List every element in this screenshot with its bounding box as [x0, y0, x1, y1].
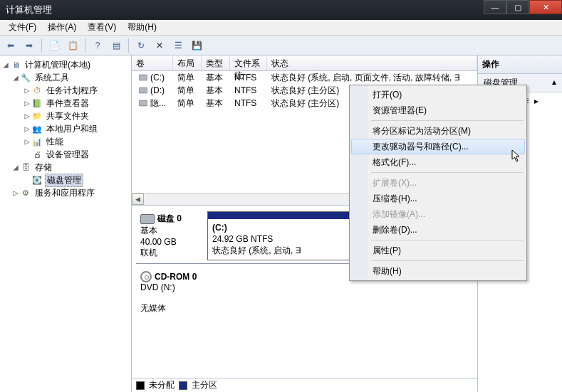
tree-event-viewer[interactable]: ▷ 📗 事件查看器 — [1, 97, 130, 110]
tree-disk-management[interactable]: 💽 磁盘管理 — [1, 174, 130, 186]
disk-button[interactable]: 💾 — [189, 38, 204, 53]
event-icon: 📗 — [31, 97, 43, 109]
disk-info: 磁盘 0 基本 40.00 GB 联机 — [136, 208, 207, 263]
expand-icon[interactable]: ▷ — [23, 85, 31, 95]
expand-icon[interactable]: ▷ — [23, 111, 31, 121]
menu-add-mirror: 添加镜像(A)... — [351, 206, 525, 222]
computer-icon: 🖥 — [10, 59, 21, 70]
expand-icon[interactable]: ◢ — [11, 162, 20, 172]
tree-local-users[interactable]: ▷ 👥 本地用户和组 — [1, 122, 130, 135]
menu-change-drive-letter[interactable]: 更改驱动器号和路径(C)... — [351, 139, 525, 154]
tree-system-tools[interactable]: ◢ 🔧 系统工具 — [1, 71, 130, 84]
menu-view[interactable]: 查看(V) — [82, 20, 122, 35]
menu-action[interactable]: 操作(A) — [42, 20, 82, 35]
window-title: 计算机管理 — [6, 4, 52, 16]
volume-icon — [139, 100, 147, 106]
forward-button[interactable]: ➡ — [21, 38, 37, 53]
context-menu: 打开(O) 资源管理器(E) 将分区标记为活动分区(M) 更改驱动器号和路径(C… — [349, 85, 527, 281]
delete-button[interactable]: ✕ — [152, 38, 167, 53]
list-view-button[interactable]: ▤ — [108, 38, 124, 53]
device-icon: 🖨 — [31, 149, 43, 160]
cdrom-info: CD-ROM 0 DVD (N:) 无媒体 — [136, 267, 207, 319]
legend: 未分配 主分区 — [132, 378, 477, 392]
menu-explorer[interactable]: 资源管理器(E) — [351, 102, 525, 118]
header-volume[interactable]: 卷 — [132, 55, 173, 70]
menu-mark-active[interactable]: 将分区标记为活动分区(M) — [351, 123, 525, 139]
legend-swatch-unalloc — [136, 381, 145, 390]
volume-icon — [139, 75, 147, 80]
menu-extend: 扩展卷(X)... — [351, 175, 525, 191]
collapse-icon[interactable]: ▴ — [552, 77, 556, 89]
disk-icon — [140, 214, 155, 224]
legend-swatch-primary — [179, 381, 187, 390]
users-icon: 👥 — [31, 123, 43, 134]
menu-shrink[interactable]: 压缩卷(H)... — [351, 191, 525, 206]
tree-shared-folders[interactable]: ▷ 📁 共享文件夹 — [1, 110, 130, 122]
cdrom-icon — [140, 271, 152, 282]
perf-icon: 📊 — [31, 136, 43, 147]
settings-button[interactable]: ☰ — [170, 38, 186, 53]
close-button[interactable]: ✕ — [529, 0, 562, 14]
window-titlebar: 计算机管理 — ▢ ✕ — [0, 0, 562, 20]
expand-icon[interactable]: ◢ — [1, 60, 10, 70]
menu-file[interactable]: 文件(F) — [3, 20, 42, 35]
clock-icon: ⏱ — [31, 85, 43, 96]
menu-format[interactable]: 格式化(F)... — [351, 154, 525, 170]
volume-icon — [139, 88, 147, 93]
tree-device-manager[interactable]: 🖨 设备管理器 — [1, 148, 130, 161]
header-type[interactable]: 类型 — [202, 55, 230, 70]
expand-icon[interactable]: ▷ — [23, 98, 31, 108]
toolbar: ⬅ ➡ 📄 📋 ? ▤ ↻ ✕ ☰ 💾 — [0, 36, 562, 55]
menu-open[interactable]: 打开(O) — [351, 87, 525, 102]
tools-icon: 🔧 — [20, 72, 31, 83]
tree-services[interactable]: ▷ ⚙ 服务和应用程序 — [1, 186, 130, 199]
menu-help[interactable]: 帮助(H) — [351, 263, 525, 279]
tree-performance[interactable]: ▷ 📊 性能 — [1, 135, 130, 148]
expand-icon[interactable]: ▷ — [11, 188, 20, 198]
scroll-left-button[interactable]: ◀ — [132, 194, 144, 205]
tree-task-scheduler[interactable]: ▷ ⏱ 任务计划程序 — [1, 84, 130, 97]
tree-root[interactable]: ◢ 🖥 计算机管理(本地) — [1, 58, 130, 71]
help-button[interactable]: ? — [90, 38, 105, 53]
menu-properties[interactable]: 属性(P) — [351, 243, 525, 258]
back-button[interactable]: ⬅ — [3, 38, 19, 53]
volume-row[interactable]: (C:) 简单 基本 NTFS 状态良好 (系统, 启动, 页面文件, 活动, … — [132, 71, 477, 84]
folder-icon: 📁 — [31, 110, 43, 122]
services-icon: ⚙ — [20, 187, 31, 198]
expand-icon[interactable]: ◢ — [11, 73, 20, 83]
cursor-icon — [511, 149, 524, 165]
menu-delete[interactable]: 删除卷(D)... — [351, 222, 525, 238]
menu-help[interactable]: 帮助(H) — [122, 20, 162, 35]
navigation-tree: ◢ 🖥 计算机管理(本地) ◢ 🔧 系统工具 ▷ ⏱ 任务计划程序 ▷ 📗 事件… — [0, 55, 132, 392]
actions-header: 操作 — [478, 55, 562, 74]
disk-mgmt-icon: 💽 — [31, 174, 43, 186]
header-fs[interactable]: 文件系统 — [230, 55, 267, 70]
maximize-button[interactable]: ▢ — [506, 0, 529, 14]
refresh-button[interactable]: ↻ — [133, 38, 149, 53]
expand-icon[interactable]: ▷ — [23, 137, 31, 147]
menubar: 文件(F) 操作(A) 查看(V) 帮助(H) — [0, 20, 562, 36]
minimize-button[interactable]: — — [484, 0, 506, 14]
header-layout[interactable]: 布局 — [173, 55, 202, 70]
tree-storage[interactable]: ◢ 🗄 存储 — [1, 161, 130, 174]
expand-icon[interactable]: ▷ — [23, 124, 31, 134]
props-button[interactable]: 📋 — [65, 38, 80, 53]
header-status[interactable]: 状态 — [267, 55, 477, 70]
storage-icon: 🗄 — [20, 161, 31, 173]
volume-header-row: 卷 布局 类型 文件系统 状态 — [132, 55, 477, 71]
up-button[interactable]: 📄 — [46, 38, 62, 53]
